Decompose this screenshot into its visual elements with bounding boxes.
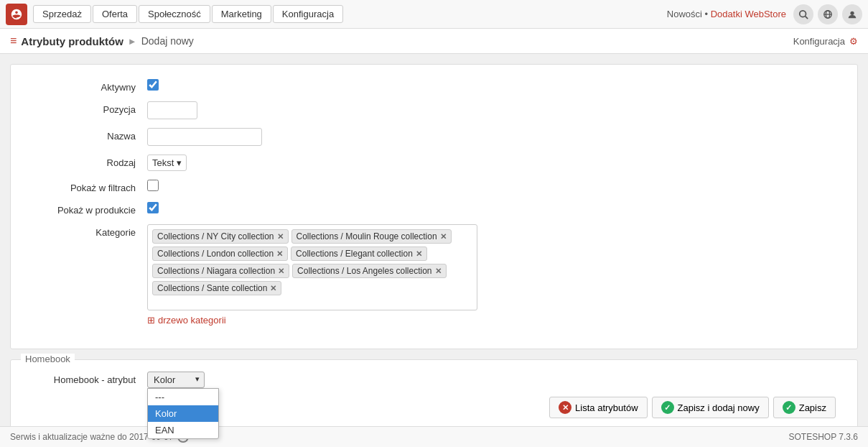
nowosci-link: Nowości • Dodatki WebStore (667, 9, 786, 19)
tags-container: Collections / NY City collection ✕ Colle… (147, 224, 477, 310)
pozycja-control: 0 (147, 101, 836, 119)
nazwa-input[interactable]: Kolor (147, 128, 262, 146)
tag-los-angeles-close[interactable]: ✕ (435, 267, 442, 276)
pokaz-filtry-checkbox[interactable] (147, 180, 159, 191)
logo[interactable] (6, 4, 27, 25)
breadcrumb-bar: ≡ Atrybuty produktów ► Dodaj nowy Konfig… (0, 29, 868, 54)
pokaz-filtry-label: Pokaż w filtrach (32, 180, 147, 193)
topnav-right: Nowości • Dodatki WebStore (667, 4, 862, 24)
form-card: Aktywny Pozycja 0 Nazwa Kolor Rodzaj Tek… (10, 64, 858, 349)
globe-icon[interactable] (818, 4, 838, 24)
menu-sprzedaz[interactable]: Sprzedaż (33, 5, 91, 23)
kategorie-label: Kategorie (32, 224, 147, 238)
pokaz-produkt-checkbox[interactable] (147, 202, 159, 213)
tags-row-4: Collections / Sante collection ✕ (152, 281, 472, 295)
category-tree-link[interactable]: ⊞ drzewo kategorii (147, 315, 226, 326)
list-icon: ✕ (559, 401, 571, 414)
tag-moulin-rouge: Collections / Moulin Rouge collection ✕ (291, 229, 452, 244)
rodzaj-label: Rodzaj (32, 155, 147, 168)
tag-elegant: Collections / Elegant collection ✕ (291, 246, 427, 261)
tag-niagara: Collections / Niagara collection ✕ (152, 264, 289, 278)
tag-niagara-close[interactable]: ✕ (278, 267, 284, 276)
pokaz-produkt-row: Pokaż w produkcie (32, 202, 836, 216)
dodatki-webstore-link[interactable]: Dodatki WebStore (711, 9, 786, 19)
gear-icon[interactable]: ⚙ (849, 36, 858, 47)
homebook-section: Homebook Homebook - atrybut Kolor --- Ko… (10, 359, 858, 430)
aktywny-control (147, 79, 836, 93)
rodzaj-control: Tekst ▾ (147, 155, 836, 171)
menu-spoleczenstwo[interactable]: Społeczność (139, 5, 210, 23)
tags-row-3: Collections / Niagara collection ✕ Colle… (152, 264, 472, 278)
breadcrumb-sub: Dodaj nowy (141, 35, 194, 47)
top-navigation: Sprzedaż Oferta Społeczność Marketing Ko… (0, 0, 868, 29)
footer: Serwis i aktualizacje ważne do 2017-09-0… (0, 426, 868, 447)
user-icon[interactable] (842, 4, 862, 24)
tag-ny-city-close[interactable]: ✕ (277, 232, 284, 241)
breadcrumb-separator: ► (128, 36, 137, 47)
nazwa-row: Nazwa Kolor (32, 128, 836, 146)
pokaz-produkt-control (147, 202, 836, 216)
pokaz-produkt-label: Pokaż w produkcie (32, 202, 147, 216)
svg-point-5 (850, 11, 854, 14)
list-label: Lista atrybutów (575, 402, 638, 413)
pozycja-label: Pozycja (32, 101, 147, 115)
tag-moulin-rouge-close[interactable]: ✕ (440, 232, 447, 241)
tag-ny-city: Collections / NY City collection ✕ (152, 229, 289, 244)
save-icon: ✓ (783, 401, 795, 414)
homebook-attr-label: Homebook - atrybut (32, 372, 147, 385)
breadcrumb-right: Konfiguracja ⚙ (793, 36, 858, 47)
homebook-attr-control: Kolor --- Kolor EAN (147, 372, 836, 388)
save-add-button[interactable]: ✓ Zapisz i dodaj nowy (652, 397, 769, 418)
topnav-icons (793, 4, 862, 24)
rodzaj-row: Rodzaj Tekst ▾ (32, 155, 836, 171)
menu-marketing[interactable]: Marketing (212, 5, 271, 23)
rodzaj-chevron-icon: ▾ (177, 157, 182, 168)
tags-row-1: Collections / NY City collection ✕ Colle… (152, 229, 472, 244)
config-label: Konfiguracja (793, 36, 845, 47)
homebook-option-separator[interactable]: --- (148, 389, 218, 405)
menu-oferta[interactable]: Oferta (93, 5, 137, 23)
aktywny-row: Aktywny (32, 79, 836, 93)
category-link-label: drzewo kategorii (158, 315, 226, 326)
tag-los-angeles: Collections / Los Angeles collection ✕ (292, 264, 446, 278)
tag-sante: Collections / Sante collection ✕ (152, 281, 281, 295)
homebook-option-kolor[interactable]: Kolor (148, 405, 218, 422)
breadcrumb-icon: ≡ (10, 34, 17, 47)
footer-version: SOTESHOP 7.3.6 (789, 432, 859, 442)
homebook-attr-row: Homebook - atrybut Kolor --- Kolor EAN (32, 372, 836, 388)
save-add-label: Zapisz i dodaj nowy (678, 402, 760, 413)
tags-row-2: Collections / London collection ✕ Collec… (152, 246, 472, 261)
rodzaj-value: Tekst (152, 157, 174, 168)
homebook-option-ean[interactable]: EAN (148, 422, 218, 438)
plus-icon: ⊞ (147, 315, 155, 326)
tag-london: Collections / London collection ✕ (152, 246, 288, 261)
svg-point-0 (800, 10, 806, 17)
save-button[interactable]: ✓ Zapisz (773, 397, 836, 418)
menu-konfiguracja[interactable]: Konfiguracja (273, 5, 343, 23)
aktywny-checkbox[interactable] (147, 79, 159, 91)
homebook-section-title: Homebook (21, 354, 75, 364)
homebook-select-wrapper: Kolor --- Kolor EAN (147, 372, 205, 388)
breadcrumb-left: ≡ Atrybuty produktów ► Dodaj nowy (10, 34, 194, 47)
svg-line-1 (806, 16, 808, 19)
rodzaj-select-wrapper[interactable]: Tekst ▾ (147, 155, 187, 171)
homebook-dropdown: --- Kolor EAN (147, 388, 219, 439)
save-label: Zapisz (799, 402, 826, 413)
main-menu: Sprzedaż Oferta Społeczność Marketing Ko… (33, 5, 343, 23)
search-icon[interactable] (793, 4, 813, 24)
tag-elegant-close[interactable]: ✕ (416, 249, 422, 259)
pozycja-input[interactable]: 0 (147, 101, 197, 119)
pokaz-filtry-row: Pokaż w filtrach (32, 180, 836, 193)
list-attributes-button[interactable]: ✕ Lista atrybutów (549, 397, 647, 418)
main-content: Aktywny Pozycja 0 Nazwa Kolor Rodzaj Tek… (0, 54, 868, 447)
tag-sante-close[interactable]: ✕ (270, 284, 276, 293)
save-add-icon: ✓ (661, 401, 674, 414)
homebook-select-button[interactable]: Kolor (147, 372, 205, 388)
nazwa-label: Nazwa (32, 128, 147, 142)
aktywny-label: Aktywny (32, 79, 147, 93)
tag-london-close[interactable]: ✕ (276, 249, 283, 259)
pozycja-row: Pozycja 0 (32, 101, 836, 119)
pokaz-filtry-control (147, 180, 836, 193)
page-title: Atrybuty produktów (21, 35, 123, 47)
kategorie-row: Kategorie Collections / NY City collecti… (32, 224, 836, 326)
